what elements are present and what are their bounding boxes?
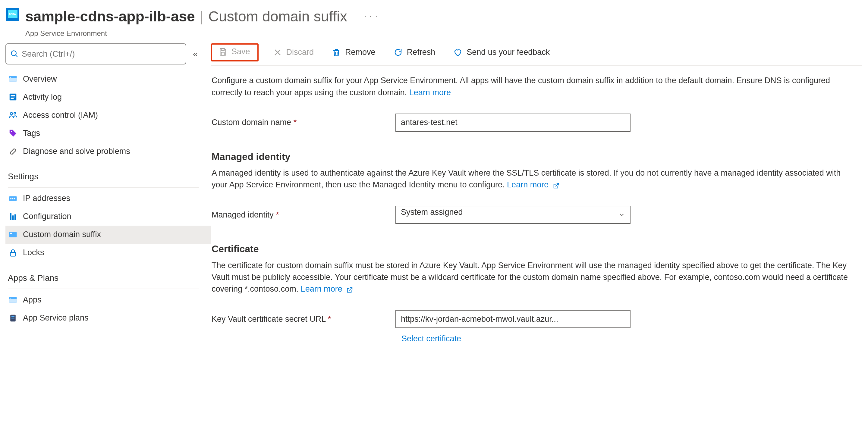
- svg-rect-27: [11, 317, 14, 319]
- svg-rect-15: [14, 198, 16, 199]
- certificate-heading: Certificate: [212, 242, 850, 256]
- svg-rect-21: [10, 253, 16, 256]
- managed-identity-select[interactable]: System assigned: [396, 206, 630, 224]
- feedback-label: Send us your feedback: [467, 47, 550, 57]
- nav-apps[interactable]: Apps: [5, 291, 211, 309]
- svg-rect-18: [14, 214, 16, 220]
- svg-rect-26: [11, 316, 14, 317]
- svg-rect-7: [11, 97, 16, 98]
- svg-point-11: [11, 131, 12, 133]
- search-icon: [10, 50, 19, 58]
- managed-identity-value: System assigned: [396, 206, 630, 224]
- external-link-icon: [346, 287, 353, 293]
- svg-rect-16: [10, 213, 11, 220]
- nav-search-field[interactable]: [22, 49, 181, 59]
- content-area: Configure a custom domain suffix for you…: [211, 66, 862, 345]
- nav-ip-addresses[interactable]: IP addresses: [5, 190, 211, 207]
- managed-identity-label: Managed identity *: [212, 209, 386, 221]
- svg-rect-20: [10, 233, 12, 234]
- learn-more-link[interactable]: Learn more: [409, 88, 451, 97]
- discard-label: Discard: [286, 47, 314, 57]
- keyvault-url-input[interactable]: [396, 310, 630, 328]
- nav-label: Tags: [23, 127, 40, 139]
- resource-type-label: App Service Environment: [25, 28, 378, 39]
- custom-domain-input[interactable]: [396, 113, 630, 132]
- keyvault-url-row: Key Vault certificate secret URL *: [212, 310, 850, 328]
- svg-rect-28: [221, 48, 224, 50]
- svg-line-1: [16, 55, 18, 57]
- overview-icon: [8, 74, 18, 83]
- svg-point-3: [10, 77, 11, 78]
- svg-rect-24: [9, 299, 17, 303]
- custom-domain-row: Custom domain name *: [212, 113, 850, 132]
- nav-label: Apps: [23, 294, 41, 306]
- wrench-icon: [8, 147, 18, 156]
- collapse-nav-button[interactable]: «: [193, 49, 198, 59]
- svg-point-0: [11, 51, 16, 56]
- resource-name: sample-cdns-app-ilb-ase: [25, 6, 195, 27]
- config-icon: [8, 212, 18, 221]
- nav-label: Configuration: [23, 210, 71, 222]
- nav-label: Overview: [23, 73, 57, 85]
- nav-label: Access control (IAM): [23, 109, 98, 121]
- nav-group-apps: Apps & Plans: [5, 262, 211, 289]
- svg-rect-29: [221, 52, 224, 55]
- remove-button[interactable]: Remove: [328, 46, 379, 59]
- remove-label: Remove: [345, 47, 375, 57]
- nav-tags[interactable]: Tags: [5, 124, 211, 142]
- nav-label: App Service plans: [23, 312, 89, 324]
- nav-app-service-plans[interactable]: App Service plans: [5, 309, 211, 327]
- nav-overview[interactable]: Overview: [5, 70, 211, 88]
- trash-icon: [332, 48, 341, 57]
- nav-label: IP addresses: [23, 193, 70, 204]
- title-separator: |: [200, 6, 204, 27]
- managed-identity-row: Managed identity * System assigned: [212, 206, 850, 224]
- custom-domain-icon: [8, 230, 18, 239]
- refresh-button[interactable]: Refresh: [390, 46, 439, 59]
- intro-text: Configure a custom domain suffix for you…: [212, 75, 850, 98]
- nav-access-control[interactable]: Access control (IAM): [5, 106, 211, 124]
- nav-diagnose[interactable]: Diagnose and solve problems: [5, 142, 211, 160]
- svg-point-23: [10, 298, 11, 299]
- more-menu-icon[interactable]: · · ·: [364, 11, 378, 22]
- external-link-icon: [553, 182, 559, 189]
- save-highlight: Save: [211, 43, 258, 62]
- tag-icon: [8, 129, 18, 138]
- nav-search-input[interactable]: [5, 43, 186, 64]
- page-section-title: Custom domain suffix: [208, 6, 347, 27]
- cert-learn-more-link[interactable]: Learn more: [301, 285, 353, 293]
- select-certificate-link[interactable]: Select certificate: [401, 334, 461, 343]
- nav-locks[interactable]: Locks: [5, 244, 211, 262]
- svg-rect-6: [11, 95, 16, 96]
- refresh-label: Refresh: [407, 47, 435, 57]
- nav-custom-domain-suffix[interactable]: Custom domain suffix: [5, 226, 211, 244]
- keyvault-url-label: Key Vault certificate secret URL *: [212, 313, 386, 325]
- discard-button[interactable]: Discard: [270, 46, 318, 59]
- nav-label: Diagnose and solve problems: [23, 145, 130, 157]
- nav-label: Locks: [23, 247, 44, 259]
- nav-activity-log[interactable]: Activity log: [5, 88, 211, 106]
- svg-point-9: [10, 113, 13, 115]
- save-button[interactable]: Save: [215, 45, 254, 58]
- main-panel: Save Discard Remove Refresh Send us your…: [211, 41, 868, 345]
- divider: [8, 289, 199, 289]
- feedback-button[interactable]: Send us your feedback: [450, 46, 553, 59]
- nav-configuration[interactable]: Configuration: [5, 207, 211, 226]
- ip-icon: [8, 194, 18, 203]
- svg-rect-4: [9, 78, 17, 81]
- svg-rect-8: [11, 98, 14, 99]
- mi-learn-more-link[interactable]: Learn more: [507, 180, 559, 189]
- custom-domain-label: Custom domain name *: [212, 116, 386, 128]
- plans-icon: [8, 313, 18, 323]
- toolbar: Save Discard Remove Refresh Send us your…: [211, 41, 862, 66]
- left-nav: « Overview Activity log Access control (…: [0, 41, 211, 345]
- nav-label: Activity log: [23, 91, 62, 103]
- refresh-icon: [394, 48, 403, 57]
- svg-rect-13: [10, 198, 11, 199]
- save-label: Save: [231, 47, 250, 56]
- page-header: www sample-cdns-app-ilb-ase | Custom dom…: [0, 0, 868, 41]
- lock-icon: [8, 248, 18, 257]
- nav-label: Custom domain suffix: [23, 229, 101, 240]
- nav-group-settings: Settings: [5, 160, 211, 187]
- svg-rect-17: [12, 215, 14, 220]
